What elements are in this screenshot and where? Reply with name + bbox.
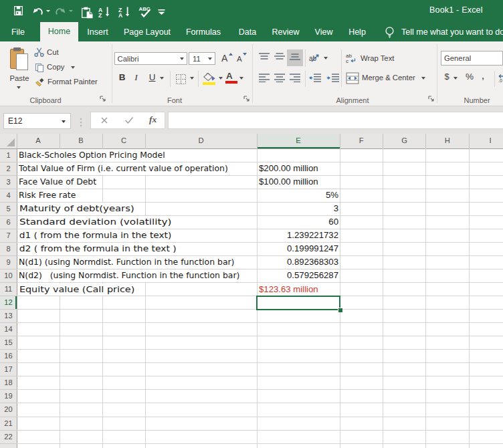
- row-header-6[interactable]: 6: [0, 216, 17, 229]
- selected-cell-border[interactable]: [256, 296, 340, 310]
- fill-color-button[interactable]: [202, 72, 218, 86]
- sort-za-button[interactable]: Z A: [118, 0, 132, 21]
- fill-color-dropdown-icon[interactable]: [219, 77, 223, 80]
- increase-indent-icon[interactable]: [326, 74, 339, 82]
- cell-A10[interactable]: N(d2) (using Normdist. Function in the f…: [17, 269, 242, 282]
- top-align-icon[interactable]: [259, 53, 270, 61]
- font-dialog-launcher-icon[interactable]: [243, 96, 250, 102]
- font-size-combo[interactable]: 11: [189, 52, 215, 65]
- cell-A11[interactable]: Equity value (Call price): [17, 284, 137, 296]
- formula-bar-separator-dots[interactable]: [79, 118, 83, 127]
- row-header-14[interactable]: 14: [0, 323, 17, 336]
- undo-dropdown[interactable]: [45, 0, 51, 21]
- row-header-21[interactable]: 21: [0, 417, 17, 431]
- underline-button[interactable]: U: [147, 72, 157, 86]
- tab-view[interactable]: View: [309, 23, 338, 41]
- number-format-combo[interactable]: General: [441, 51, 503, 66]
- underline-dropdown-icon[interactable]: [160, 77, 164, 80]
- enter-icon[interactable]: [124, 116, 134, 124]
- comma-style-button[interactable]: ,: [479, 70, 487, 84]
- cell-E6[interactable]: 60: [258, 216, 340, 229]
- qat-paste-button[interactable]: [80, 0, 94, 21]
- save-button[interactable]: [13, 0, 23, 21]
- alignment-dialog-launcher-icon[interactable]: [428, 96, 435, 102]
- tab-home[interactable]: Home: [40, 22, 78, 41]
- column-header-H[interactable]: H: [426, 134, 470, 148]
- insert-function-button[interactable]: fx: [149, 114, 157, 125]
- center-align-icon[interactable]: [274, 74, 285, 82]
- tab-help[interactable]: Help: [343, 23, 371, 41]
- column-header-I[interactable]: I: [469, 134, 503, 148]
- cell-A4[interactable]: Risk Free rate: [17, 189, 78, 202]
- qat-customize-button[interactable]: [157, 0, 166, 21]
- tab-data[interactable]: Data: [233, 23, 262, 41]
- borders-icon[interactable]: [175, 74, 187, 85]
- row-header-10[interactable]: 10: [0, 269, 17, 283]
- clipboard-dialog-launcher-icon[interactable]: [100, 96, 106, 102]
- row-header-11[interactable]: 11: [0, 283, 17, 296]
- cell-A2[interactable]: Total Value of Firm (i.e. current value …: [17, 162, 230, 175]
- row-header-2[interactable]: 2: [0, 162, 17, 176]
- row-header-7[interactable]: 7: [0, 229, 17, 243]
- column-header-F[interactable]: F: [340, 134, 383, 148]
- increase-font-size-button[interactable]: A: [221, 51, 235, 65]
- fill-handle[interactable]: [338, 308, 342, 312]
- spelling-button[interactable]: ABC: [138, 0, 153, 21]
- column-header-A[interactable]: A: [17, 134, 60, 148]
- row-header-4[interactable]: 4: [0, 189, 17, 203]
- copy-button[interactable]: Copy: [33, 62, 76, 73]
- cell-E11[interactable]: $123.63 million: [258, 284, 340, 296]
- row-header-9[interactable]: 9: [0, 256, 17, 269]
- cell-E3[interactable]: $100.00 million: [258, 176, 340, 189]
- font-color-button[interactable]: A: [225, 72, 239, 86]
- tab-insert[interactable]: Insert: [83, 23, 112, 41]
- accounting-dropdown-icon[interactable]: [454, 77, 458, 80]
- row-header-22[interactable]: 22: [0, 431, 17, 444]
- bottom-align-button-selected[interactable]: [287, 49, 303, 66]
- cell-A8[interactable]: d2 ( from the formula in the text ): [17, 243, 179, 255]
- row-header-17[interactable]: 17: [0, 363, 17, 376]
- row-header-12[interactable]: 12: [0, 296, 17, 310]
- align-right-icon[interactable]: [290, 74, 300, 82]
- cell-A1[interactable]: Black-Scholes Option Pricing Model: [17, 149, 167, 162]
- row-header-8[interactable]: 8: [0, 243, 17, 256]
- row-header-16[interactable]: 16: [0, 350, 17, 363]
- increase-decimal-icon[interactable]: .0: [498, 74, 503, 83]
- cut-button[interactable]: Cut: [33, 47, 74, 58]
- tab-formulas[interactable]: Formulas: [182, 23, 225, 41]
- cell-A9[interactable]: N(d1) (using Normdist. Function in the f…: [17, 256, 237, 269]
- tab-file[interactable]: File: [7, 23, 29, 41]
- row-header-20[interactable]: 20: [0, 403, 17, 417]
- cell-E4[interactable]: 5%: [258, 189, 340, 202]
- cell-A7[interactable]: d1 ( from the formula in the text): [17, 229, 174, 242]
- align-left-icon[interactable]: [259, 74, 270, 82]
- decrease-font-size-button[interactable]: A: [236, 51, 249, 65]
- cell-E7[interactable]: 1.239221732: [258, 229, 340, 242]
- percent-style-button[interactable]: %: [464, 72, 475, 85]
- cell-E9[interactable]: 0.892368303: [258, 256, 340, 269]
- row-header-5[interactable]: 5: [0, 203, 17, 216]
- tab-review[interactable]: Review: [266, 23, 305, 41]
- font-color-dropdown-icon[interactable]: [239, 77, 243, 80]
- format-painter-button[interactable]: Format Painter: [33, 77, 107, 88]
- tab-page-layout[interactable]: Page Layout: [120, 23, 174, 41]
- cell-A5[interactable]: Maturity of debt(years): [17, 203, 136, 215]
- cell-E10[interactable]: 0.579256287: [258, 269, 340, 282]
- cancel-icon[interactable]: [100, 116, 108, 124]
- column-header-B[interactable]: B: [60, 134, 102, 148]
- borders-dropdown-icon[interactable]: [190, 77, 194, 80]
- row-header-19[interactable]: 19: [0, 390, 17, 403]
- orientation-button[interactable]: ab: [309, 52, 321, 64]
- name-box[interactable]: E12: [3, 113, 71, 129]
- cell-E8[interactable]: 0.199991247: [258, 243, 340, 255]
- decrease-indent-icon[interactable]: [308, 74, 321, 82]
- cell-E2[interactable]: $200.00 million: [258, 162, 340, 175]
- column-header-C[interactable]: C: [102, 134, 145, 148]
- cell-A6[interactable]: Standard deviation (volatility): [17, 216, 174, 229]
- tell-me-box[interactable]: Tell me what you want to do: [401, 23, 503, 41]
- column-header-G[interactable]: G: [383, 134, 426, 148]
- italic-button[interactable]: I: [132, 72, 140, 86]
- column-header-D[interactable]: D: [145, 134, 257, 148]
- paste-button[interactable]: Paste: [5, 44, 33, 92]
- font-name-combo[interactable]: Calibri: [114, 52, 187, 65]
